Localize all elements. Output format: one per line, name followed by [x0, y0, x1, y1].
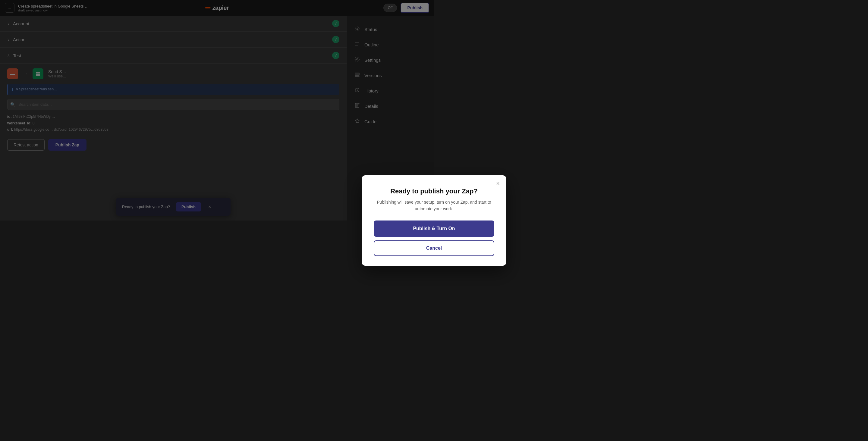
modal-subtitle: Publishing will save your setup, turn on…: [374, 199, 434, 212]
publish-modal: × Ready to publish your Zap? Publishing …: [362, 175, 434, 220]
modal-title: Ready to publish your Zap?: [374, 187, 434, 195]
modal-overlay: × Ready to publish your Zap? Publishing …: [0, 0, 434, 220]
